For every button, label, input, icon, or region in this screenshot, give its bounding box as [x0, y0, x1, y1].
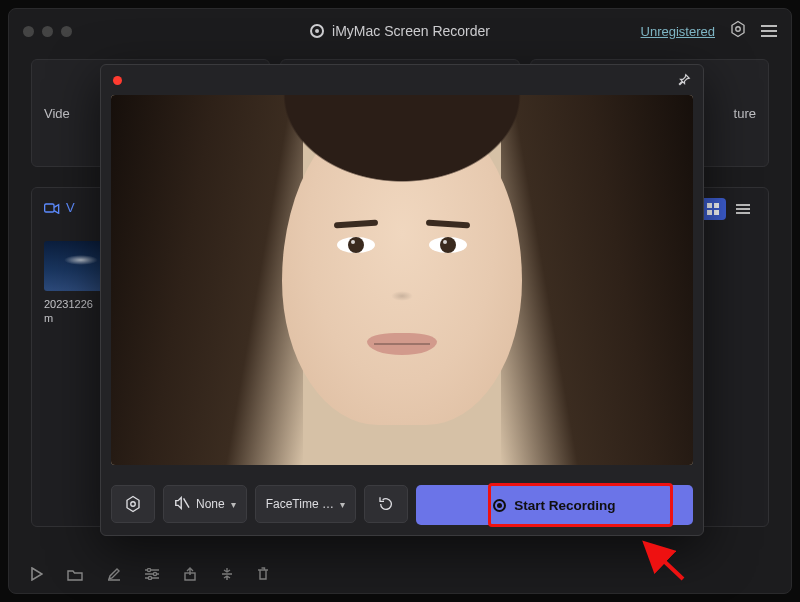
app-logo-icon — [310, 24, 324, 38]
camera-source-label: FaceTime … — [266, 497, 334, 511]
portrait-face — [282, 105, 522, 425]
delete-icon[interactable] — [257, 567, 269, 581]
svg-point-1 — [736, 27, 741, 32]
reset-button[interactable] — [364, 485, 408, 523]
recording-indicator-icon — [113, 76, 122, 85]
unregistered-link[interactable]: Unregistered — [641, 24, 715, 39]
dialog-header — [101, 65, 703, 95]
view-list-button[interactable] — [730, 198, 756, 220]
audio-source-dropdown[interactable]: None ▾ — [163, 485, 247, 523]
start-recording-label: Start Recording — [514, 498, 615, 513]
dialog-toolbar: None ▾ FaceTime … ▾ Start Recording — [101, 475, 703, 535]
svg-point-21 — [131, 502, 136, 507]
chevron-down-icon: ▾ — [231, 499, 236, 510]
app-title-text: iMyMac Screen Recorder — [332, 23, 490, 39]
play-icon[interactable] — [31, 567, 43, 581]
camera-source-dropdown[interactable]: FaceTime … ▾ — [255, 485, 356, 523]
svg-rect-5 — [707, 210, 712, 215]
svg-marker-20 — [127, 497, 139, 512]
menu-icon[interactable] — [761, 25, 777, 37]
window-controls[interactable] — [23, 26, 72, 37]
tab-video-label: Vide — [44, 106, 70, 121]
edit-icon[interactable] — [107, 567, 121, 581]
webcam-recorder-dialog: None ▾ FaceTime … ▾ Start Recording — [100, 64, 704, 536]
svg-rect-4 — [714, 203, 719, 208]
record-icon — [493, 499, 506, 512]
library-header-text: V — [66, 200, 75, 215]
svg-rect-3 — [707, 203, 712, 208]
compress-icon[interactable] — [221, 567, 233, 581]
zoom-dot-icon[interactable] — [61, 26, 72, 37]
adjust-icon[interactable] — [145, 568, 159, 580]
folder-icon[interactable] — [67, 568, 83, 581]
app-title: iMyMac Screen Recorder — [310, 23, 490, 39]
tab-capture-label: ture — [734, 106, 756, 121]
close-dot-icon[interactable] — [23, 26, 34, 37]
audio-source-label: None — [196, 497, 225, 511]
svg-point-15 — [147, 568, 150, 571]
pin-icon[interactable] — [677, 73, 691, 91]
recorder-settings-button[interactable] — [111, 485, 155, 523]
svg-marker-10 — [32, 568, 42, 580]
titlebar: iMyMac Screen Recorder Unregistered — [9, 9, 791, 53]
view-toggle — [700, 198, 756, 220]
settings-icon[interactable] — [729, 20, 747, 42]
svg-line-22 — [184, 498, 189, 507]
svg-rect-6 — [714, 210, 719, 215]
audio-muted-icon — [174, 496, 190, 513]
svg-marker-0 — [732, 22, 744, 37]
camera-preview — [111, 95, 693, 465]
export-icon[interactable] — [183, 567, 197, 581]
bottom-toolbar — [31, 567, 769, 581]
start-recording-button[interactable]: Start Recording — [416, 485, 693, 525]
svg-point-16 — [153, 572, 156, 575]
minimize-dot-icon[interactable] — [42, 26, 53, 37]
svg-point-17 — [148, 576, 151, 579]
svg-rect-2 — [45, 204, 54, 212]
chevron-down-icon: ▾ — [340, 499, 345, 510]
